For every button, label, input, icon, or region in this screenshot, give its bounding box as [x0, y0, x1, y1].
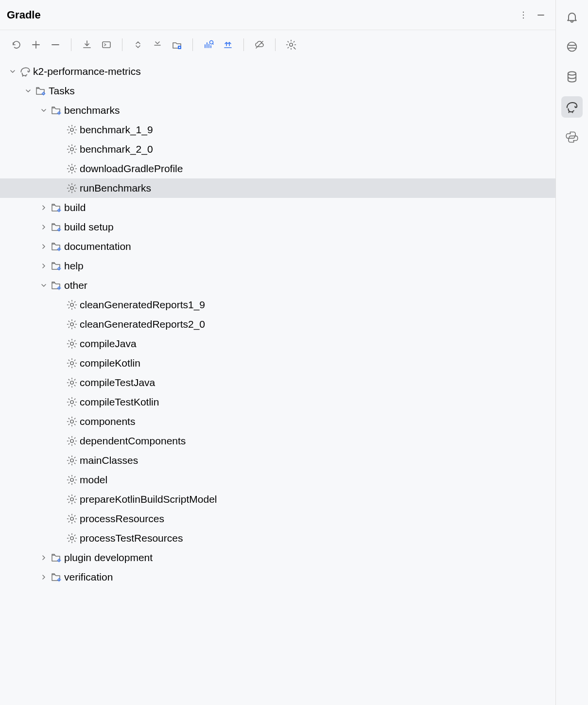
execute-task-icon[interactable] — [98, 36, 115, 53]
folder-gear-icon — [50, 552, 63, 563]
collapse-all-icon[interactable] — [149, 36, 166, 53]
task-item[interactable]: dependentComponents — [0, 431, 555, 451]
expand-all-icon[interactable] — [129, 36, 147, 53]
svg-point-3 — [523, 14, 524, 15]
task-label: prepareKotlinBuildScriptModel — [79, 494, 217, 505]
minimize-icon[interactable] — [533, 7, 549, 23]
task-label: compileTestKotlin — [79, 396, 159, 408]
chevron-right-icon[interactable] — [38, 263, 50, 269]
project-node[interactable]: k2-performance-metrics — [0, 62, 555, 81]
chevron-right-icon[interactable] — [38, 574, 50, 581]
gear-icon — [65, 163, 79, 174]
analyze-dependencies-icon[interactable] — [200, 36, 217, 53]
task-label: components — [79, 416, 135, 427]
gear-icon — [65, 397, 79, 407]
task-label: cleanGeneratedReports2_0 — [79, 318, 205, 330]
gear-icon — [65, 144, 79, 155]
chevron-right-icon[interactable] — [38, 554, 50, 561]
task-group-build[interactable]: build — [0, 198, 555, 217]
task-label: runBenchmarks — [79, 182, 151, 194]
chevron-right-icon[interactable] — [38, 243, 50, 250]
chevron-right-icon[interactable] — [38, 204, 50, 211]
task-group-help[interactable]: help — [0, 256, 555, 276]
task-item[interactable]: processTestResources — [0, 529, 555, 548]
task-item[interactable]: cleanGeneratedReports1_9 — [0, 295, 555, 315]
ai-assistant-icon[interactable] — [561, 36, 583, 57]
task-item[interactable]: processResources — [0, 509, 555, 529]
chevron-down-icon[interactable] — [38, 282, 50, 289]
task-item[interactable]: compileKotlin — [0, 353, 555, 373]
task-group-label: build setup — [63, 221, 114, 233]
task-item[interactable]: benchmark_2_0 — [0, 140, 555, 159]
task-label: processResources — [79, 513, 164, 525]
task-item-runBenchmarks[interactable]: runBenchmarks — [0, 178, 555, 198]
task-item[interactable]: downloadGradleProfile — [0, 159, 555, 178]
task-group-label: other — [63, 280, 87, 291]
task-item[interactable]: prepareKotlinBuildScriptModel — [0, 490, 555, 509]
upload-icon[interactable] — [219, 36, 237, 53]
chevron-down-icon[interactable] — [38, 107, 50, 114]
build-tool-settings-icon[interactable] — [282, 36, 300, 53]
task-label: benchmark_2_0 — [79, 143, 153, 155]
task-group-label: help — [63, 260, 84, 272]
project-structure-icon[interactable] — [168, 36, 186, 53]
gear-icon — [65, 455, 79, 466]
remove-icon[interactable] — [47, 36, 64, 53]
task-item[interactable]: cleanGeneratedReports2_0 — [0, 315, 555, 334]
toolbar — [0, 30, 555, 59]
folder-gear-icon — [50, 280, 63, 291]
gradle-project-icon — [18, 66, 32, 77]
gear-icon — [65, 436, 79, 446]
gradle-panel: Gradle — [0, 0, 556, 705]
task-item[interactable]: components — [0, 412, 555, 431]
task-group-other[interactable]: other — [0, 276, 555, 295]
add-icon[interactable] — [27, 36, 45, 53]
chevron-right-icon[interactable] — [38, 224, 50, 230]
python-icon[interactable] — [561, 126, 583, 148]
task-item[interactable]: compileJava — [0, 334, 555, 353]
task-item[interactable]: benchmark_1_9 — [0, 120, 555, 140]
task-label: mainClasses — [79, 455, 138, 466]
task-item[interactable]: model — [0, 470, 555, 490]
task-item[interactable]: compileTestJava — [0, 373, 555, 392]
folder-gear-icon — [50, 222, 63, 232]
download-icon[interactable] — [78, 36, 96, 53]
task-group-plugin-development[interactable]: plugin development — [0, 548, 555, 567]
project-label: k2-performance-metrics — [32, 66, 141, 77]
chevron-down-icon[interactable] — [22, 88, 34, 94]
task-label: compileTestJava — [79, 377, 155, 388]
gear-icon — [65, 533, 79, 544]
panel-header: Gradle — [0, 0, 555, 30]
gear-icon — [65, 319, 79, 330]
task-item[interactable]: compileTestKotlin — [0, 392, 555, 412]
folder-gear-icon — [50, 105, 63, 116]
gear-icon — [65, 494, 79, 505]
task-label: dependentComponents — [79, 435, 186, 447]
folder-gear-icon — [50, 261, 63, 271]
task-label: model — [79, 474, 107, 486]
task-group-benchmarks[interactable]: benchmarks — [0, 101, 555, 120]
task-label: compileJava — [79, 338, 137, 350]
notifications-icon[interactable] — [561, 6, 583, 27]
gradle-tree[interactable]: k2-performance-metrics Tasks benchmarks … — [0, 59, 555, 705]
chevron-down-icon[interactable] — [7, 68, 18, 75]
svg-point-17 — [570, 133, 571, 134]
task-group-documentation[interactable]: documentation — [0, 237, 555, 256]
task-label: cleanGeneratedReports1_9 — [79, 299, 205, 311]
database-icon[interactable] — [561, 66, 583, 88]
gear-icon — [65, 513, 79, 524]
svg-point-16 — [568, 72, 576, 75]
refresh-icon[interactable] — [8, 36, 25, 53]
task-item[interactable]: mainClasses — [0, 451, 555, 470]
gradle-icon[interactable] — [561, 96, 583, 118]
task-group-build-setup[interactable]: build setup — [0, 217, 555, 237]
gear-icon — [65, 300, 79, 310]
gear-icon — [65, 124, 79, 135]
task-group-verification[interactable]: verification — [0, 567, 555, 587]
task-label: compileKotlin — [79, 357, 140, 369]
svg-point-4 — [523, 17, 524, 18]
tasks-node[interactable]: Tasks — [0, 81, 555, 101]
more-options-icon[interactable] — [516, 7, 531, 23]
offline-mode-icon[interactable] — [251, 36, 268, 53]
task-group-label: documentation — [63, 241, 131, 252]
